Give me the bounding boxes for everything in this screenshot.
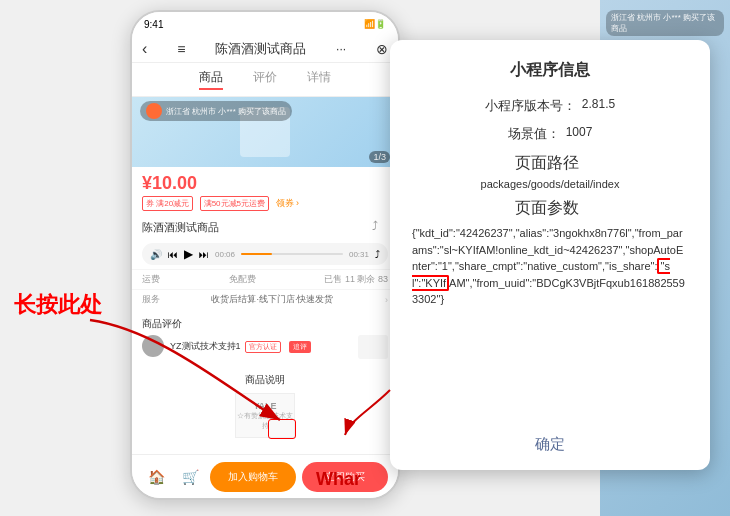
audio-next-icon[interactable]: ⏭ [199, 249, 209, 260]
banner-user-info: 浙江省 杭州市 小*** 购买了该商品 [140, 101, 292, 121]
share-icon[interactable]: ⤴ [372, 219, 388, 235]
product-price: ¥10.00 [142, 173, 388, 194]
audio-time-total: 00:31 [349, 250, 369, 259]
coupon-area[interactable]: 券 满20减元 满50元减5元运费 领券 › [142, 196, 388, 211]
back-icon[interactable]: ‹ [142, 40, 147, 58]
scene-row: 场景值： 1007 [408, 125, 692, 143]
status-bar: 9:41 📶🔋 [132, 12, 398, 36]
shipping-value: 免配费 [229, 273, 256, 286]
status-icons: 📶🔋 [364, 19, 386, 29]
scene-label: 场景值： [508, 125, 560, 143]
eval-avatar [142, 335, 164, 357]
evaluation-item: YZ测试技术支持1 官方认证 追评 [142, 335, 388, 359]
long-press-label: 长按此处 [14, 290, 102, 320]
audio-prev-icon[interactable]: ⏮ [168, 249, 178, 260]
eval-tag: 官方认证 [245, 341, 281, 353]
service-row: 服务 收货后结算·线下门店·快速发货 › [132, 289, 398, 309]
audio-icon: 🔊 [150, 249, 162, 260]
shop-icon-btn[interactable]: 🏠 [142, 463, 170, 491]
desc-image: YALE ☆有赞旗舰技术支持 [235, 393, 295, 438]
path-value-row: packages/goods/detail/index [408, 178, 692, 190]
mini-panel-title: 小程序信息 [408, 60, 692, 81]
version-label: 小程序版本号： [485, 97, 576, 115]
cart-icon: 🛒 [182, 469, 199, 485]
banner-avatar [146, 103, 162, 119]
eval-badge: 追评 [289, 341, 311, 353]
desc-header: 商品说明 [142, 373, 388, 387]
audio-time-current: 00:06 [215, 250, 235, 259]
evaluation-section: 商品评价 YZ测试技术支持1 官方认证 追评 [132, 313, 398, 363]
params-header-label: 页面参数 [515, 199, 579, 216]
banner-user-text: 浙江省 杭州市 小*** 购买了该商品 [166, 106, 286, 117]
nav-bar: ‹ ≡ 陈酒酒测试商品 ··· ⊗ [132, 36, 398, 63]
tab-details[interactable]: 详情 [307, 69, 331, 90]
shipping-label: 运费 [142, 273, 160, 286]
cart-icon-btn[interactable]: 🛒 [176, 463, 204, 491]
product-desc-section: 商品说明 YALE ☆有赞旗舰技术支持 [132, 367, 398, 444]
desc-image-text: YALE ☆有赞旗舰技术支持 [236, 401, 294, 431]
tab-goods[interactable]: 商品 [199, 69, 223, 90]
product-name: 陈酒酒测试商品 [142, 220, 219, 235]
evaluation-header: 商品评价 [142, 317, 388, 331]
mini-program-panel: 小程序信息 小程序版本号： 2.81.5 场景值： 1007 页面路径 pack… [390, 40, 710, 470]
nav-title: 陈酒酒测试商品 [215, 40, 306, 58]
phone-mockup: 9:41 📶🔋 ‹ ≡ 陈酒酒测试商品 ··· ⊗ 商品 评价 详情 浙江省 杭… [130, 10, 400, 500]
path-header-row: 页面路径 [408, 153, 692, 174]
path-header-label: 页面路径 [515, 154, 579, 171]
tab-reviews[interactable]: 评价 [253, 69, 277, 90]
audio-player[interactable]: 🔊 ⏮ ▶ ⏭ 00:06 00:31 ⤴ [142, 243, 388, 265]
path-value: packages/goods/detail/index [481, 178, 620, 190]
audio-progress-bar[interactable] [241, 253, 343, 255]
eval-content: YZ测试技术支持1 官方认证 追评 [170, 335, 352, 353]
params-header-row: 页面参数 [408, 198, 692, 219]
audio-play-icon[interactable]: ▶ [184, 247, 193, 261]
params-content-before: {"kdt_id":"42426237","alias":"3ngokhx8n7… [412, 227, 683, 272]
params-content-after: AM","from_uuid":"BDCgK3VBjtFqxub16188255… [412, 277, 685, 306]
eval-image-thumb [358, 335, 388, 359]
close-icon[interactable]: ⊗ [376, 41, 388, 57]
more-icon[interactable]: ··· [336, 42, 346, 56]
price-area: ¥10.00 券 满20减元 满50元减5元运费 领券 › [132, 167, 398, 215]
bg-user-text: 浙江省 杭州市 小*** 购买了该商品 [606, 10, 724, 36]
stock-info: 已售 11 剩余 83 [324, 273, 388, 286]
product-tabs: 商品 评价 详情 [132, 63, 398, 97]
version-value: 2.81.5 [582, 97, 615, 111]
product-name-row: 陈酒酒测试商品 ⤴ [132, 215, 398, 239]
confirm-button[interactable]: 确定 [535, 435, 565, 454]
shop-icon: 🏠 [148, 469, 165, 485]
whar-label: Whar [316, 469, 361, 490]
audio-share-icon[interactable]: ⤴ [375, 249, 380, 260]
eval-name: YZ测试技术支持1 [170, 341, 241, 351]
menu-icon[interactable]: ≡ [177, 41, 185, 57]
audio-progress-fill [241, 253, 272, 255]
params-text: {"kdt_id":"42426237","alias":"3ngokhx8n7… [408, 225, 692, 308]
status-time: 9:41 [144, 19, 163, 30]
coupon-tag-2[interactable]: 满50元减5元运费 [200, 196, 269, 211]
add-to-cart-button[interactable]: 加入购物车 [210, 462, 296, 492]
service-label: 服务 [142, 293, 160, 306]
shipping-row: 运费 免配费 已售 11 剩余 83 [132, 269, 398, 289]
version-row: 小程序版本号： 2.81.5 [408, 97, 692, 115]
banner-page-indicator: 1/3 [369, 151, 390, 163]
coupon-btn[interactable]: 领券 › [276, 198, 300, 208]
service-value: 收货后结算·线下门店·快速发货 [211, 293, 333, 306]
product-banner: 浙江省 杭州市 小*** 购买了该商品 1/3 [132, 97, 398, 167]
coupon-tag-1[interactable]: 券 满20减元 [142, 196, 193, 211]
scene-value: 1007 [566, 125, 593, 139]
service-arrow-icon[interactable]: › [385, 295, 388, 305]
